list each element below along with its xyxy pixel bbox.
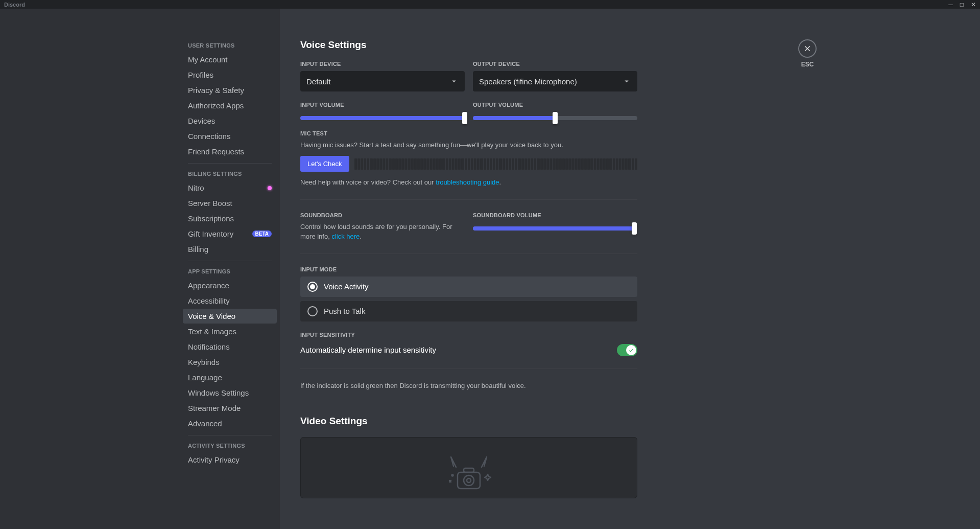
input-mode-push-to-talk[interactable]: Push to Talk [300,301,637,321]
camera-wumpus-icon [438,452,499,498]
output-device-select[interactable]: Speakers (fifine Microphone) [473,71,637,91]
auto-sensitivity-label: Automatically determine input sensitivit… [300,346,436,354]
auto-sensitivity-toggle[interactable] [617,344,637,356]
sidebar-item-devices[interactable]: Devices [183,113,277,128]
maximize-icon[interactable]: □ [960,1,964,8]
sidebar-divider [188,163,272,164]
video-preview [300,437,637,498]
sidebar-item-connections[interactable]: Connections [183,129,277,144]
slider-thumb[interactable] [462,112,467,124]
sidebar-item-nitro[interactable]: Nitro [183,180,277,195]
input-sensitivity-label: Input Sensitivity [300,332,637,338]
sidebar-item-gift-inventory[interactable]: Gift InventoryBETA [183,226,277,241]
sidebar-item-profiles[interactable]: Profiles [183,67,277,82]
titlebar: Discord ─ □ ✕ [0,0,980,9]
chevron-down-icon [622,77,631,86]
settings-sidebar: User Settings My Account Profiles Privac… [173,9,280,529]
sidebar-item-voice-video[interactable]: Voice & Video [183,309,277,324]
troubleshoot-link[interactable]: troubleshooting guide [436,178,499,186]
voice-settings-title: Voice Settings [300,39,637,51]
indicator-desc: If the indicator is solid green then Dis… [300,381,637,390]
sidebar-item-billing[interactable]: Billing [183,242,277,257]
soundboard-link[interactable]: click here [331,233,360,240]
section-divider [300,369,637,369]
section-divider [300,403,637,403]
close-x-icon [803,44,811,53]
sidebar-heading-user: User Settings [183,39,277,52]
titlebar-app-name: Discord [4,2,25,8]
mic-test-desc: Having mic issues? Start a test and say … [300,141,637,150]
slider-fill [473,116,555,120]
chevron-down-icon [449,77,459,86]
mic-test-label: Mic Test [300,130,637,136]
input-device-select[interactable]: Default [300,71,465,91]
slider-fill [473,226,634,231]
section-divider [300,199,637,200]
nitro-indicator-icon [268,186,272,190]
output-volume-label: Output Volume [473,102,637,108]
radio-icon [307,282,318,292]
sidebar-item-appearance[interactable]: Appearance [183,278,277,293]
sidebar-heading-app: App Settings [183,265,277,278]
output-device-label: Output Device [473,61,637,67]
input-device-value: Default [306,77,331,86]
sidebar-item-activity-privacy[interactable]: Activity Privacy [183,452,277,467]
close-button[interactable] [798,39,817,58]
radio-label: Voice Activity [324,282,369,291]
close-settings: ESC [798,39,817,68]
lets-check-button[interactable]: Let's Check [300,156,349,172]
output-device-value: Speakers (fifine Microphone) [479,77,577,86]
beta-badge: BETA [252,231,272,237]
close-esc-label: ESC [801,61,814,68]
output-volume-slider[interactable] [473,116,637,120]
sidebar-item-subscriptions[interactable]: Subscriptions [183,211,277,226]
sidebar-item-keybinds[interactable]: Keybinds [183,355,277,370]
troubleshoot-help: Need help with voice or video? Check out… [300,178,637,187]
slider-thumb[interactable] [553,112,558,124]
soundboard-label: Soundboard [300,212,465,218]
sidebar-item-accessibility[interactable]: Accessibility [183,293,277,308]
slider-fill [300,116,465,120]
input-volume-slider[interactable] [300,116,465,120]
soundboard-desc: Control how loud sounds are for you pers… [300,222,465,241]
input-mode-label: Input Mode [300,266,637,272]
close-icon[interactable]: ✕ [971,1,976,8]
sidebar-item-windows-settings[interactable]: Windows Settings [183,385,277,400]
sidebar-item-streamer-mode[interactable]: Streamer Mode [183,401,277,416]
input-device-label: Input Device [300,61,465,67]
window-controls: ─ □ ✕ [948,1,976,8]
minimize-icon[interactable]: ─ [948,1,953,8]
check-icon [628,347,634,353]
sidebar-item-my-account[interactable]: My Account [183,52,277,67]
sidebar-item-language[interactable]: Language [183,370,277,385]
sidebar-item-friend-requests[interactable]: Friend Requests [183,144,277,159]
input-volume-label: Input Volume [300,102,465,108]
sidebar-heading-activity: Activity Settings [183,440,277,452]
sidebar-left-pad [0,9,173,529]
toggle-thumb [626,345,636,355]
slider-thumb[interactable] [632,222,637,235]
sidebar-item-server-boost[interactable]: Server Boost [183,196,277,211]
svg-point-4 [452,474,453,476]
sidebar-divider [188,435,272,435]
sidebar-item-privacy[interactable]: Privacy & Safety [183,83,277,98]
input-mode-voice-activity[interactable]: Voice Activity [300,277,637,297]
svg-point-2 [467,478,471,482]
sidebar-item-authorized-apps[interactable]: Authorized Apps [183,98,277,113]
sidebar-divider [188,261,272,261]
svg-point-1 [464,475,474,486]
radio-label: Push to Talk [324,307,365,315]
mic-test-meter [354,158,637,170]
radio-icon [307,306,318,316]
video-settings-title: Video Settings [300,416,637,427]
sidebar-item-text-images[interactable]: Text & Images [183,324,277,339]
content-area: ESC Voice Settings Input Device Default … [280,9,980,529]
sidebar-item-notifications[interactable]: Notifications [183,339,277,354]
soundboard-volume-label: Soundboard Volume [473,212,637,218]
section-divider [300,254,637,254]
sidebar-heading-billing: Billing Settings [183,168,277,180]
sidebar-item-advanced[interactable]: Advanced [183,416,277,431]
svg-rect-3 [464,468,474,472]
soundboard-volume-slider[interactable] [473,226,637,231]
